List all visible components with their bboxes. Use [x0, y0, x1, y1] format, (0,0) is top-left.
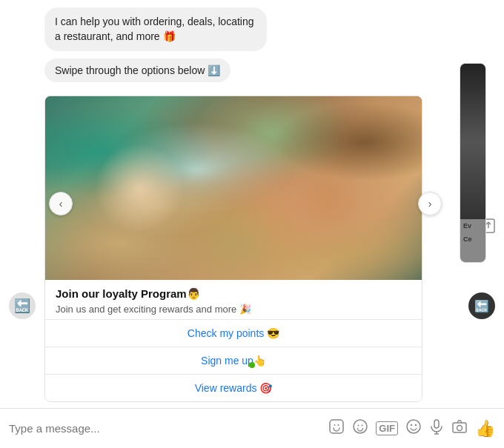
svg-point-8 [407, 420, 420, 433]
bot-message-text: I can help you with ordering, deals, loc… [55, 16, 254, 42]
online-indicator [249, 362, 255, 368]
action-view-rewards[interactable]: View rewards 🎯 [45, 375, 422, 401]
carousel-next-button[interactable]: › [418, 192, 442, 215]
svg-point-4 [338, 424, 339, 426]
svg-point-7 [362, 425, 363, 427]
carousel-next-icon: › [428, 198, 432, 210]
carousel-container: ‹ › Join our loyalty Program👨 Join us an… [0, 96, 504, 402]
input-area: GIF 👍 [0, 408, 504, 448]
quick-replies: Go back ↩ Contact Kevit 😊 [0, 407, 504, 408]
camera-icon[interactable] [451, 419, 468, 438]
card-title-loyalty: Join our loyalty Program👨 [56, 287, 411, 301]
emoji2-icon[interactable] [405, 418, 422, 438]
card-desc-loyalty: Join us and get exciting rewards and mor… [56, 304, 411, 315]
bot-message-bubble: I can help you with ordering, deals, loc… [44, 7, 267, 51]
swipe-hint: Swipe through the options below ⬇️ [44, 58, 231, 82]
thumbsup-icon[interactable]: 👍 [475, 419, 495, 438]
carousel-card-loyalty: Join our loyalty Program👨 Join us and ge… [44, 96, 422, 402]
card-actions-loyalty: Check my points 😎 Sign me up👆 View rewar… [45, 319, 422, 401]
carousel-track: Join our loyalty Program👨 Join us and ge… [0, 96, 504, 402]
card-content-loyalty: Join our loyalty Program👨 Join us and ge… [45, 280, 422, 315]
svg-point-6 [358, 425, 359, 427]
gif-icon[interactable]: GIF [376, 421, 398, 435]
svg-point-3 [334, 424, 336, 426]
action-check-points[interactable]: Check my points 😎 [45, 320, 422, 347]
svg-point-15 [457, 426, 462, 431]
svg-point-10 [415, 424, 417, 426]
message-area: I can help you with ordering, deals, loc… [0, 0, 504, 408]
carousel-prev-icon: ‹ [59, 198, 63, 210]
emoji-icon[interactable] [352, 418, 368, 438]
food-scene [45, 96, 422, 280]
swipe-hint-text: Swipe through the options below ⬇️ [55, 64, 220, 76]
carousel-prev-button[interactable]: ‹ [49, 192, 73, 215]
mic-icon[interactable] [429, 418, 444, 438]
svg-rect-11 [434, 420, 439, 428]
message-input[interactable] [9, 422, 321, 435]
sticker-icon[interactable] [328, 418, 345, 438]
action-sign-up[interactable]: Sign me up👆 [45, 347, 422, 375]
svg-point-9 [411, 424, 412, 426]
input-icons: GIF 👍 [328, 418, 495, 438]
card-image-loyalty [45, 96, 422, 280]
chat-container: I can help you with ordering, deals, loc… [0, 0, 504, 448]
